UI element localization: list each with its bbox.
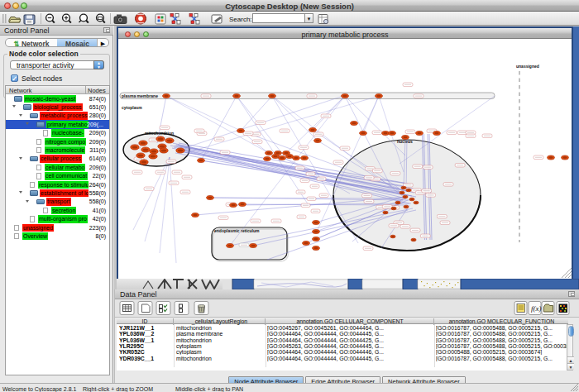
svg-text:f(x): f(x): [531, 304, 542, 313]
svg-text:unassigned: unassigned: [516, 64, 539, 69]
svg-text:plasma membrane: plasma membrane: [122, 93, 158, 98]
svg-text:cytoplasm: cytoplasm: [122, 105, 142, 110]
svg-text:endoplasmic reticulum: endoplasmic reticulum: [214, 228, 260, 233]
